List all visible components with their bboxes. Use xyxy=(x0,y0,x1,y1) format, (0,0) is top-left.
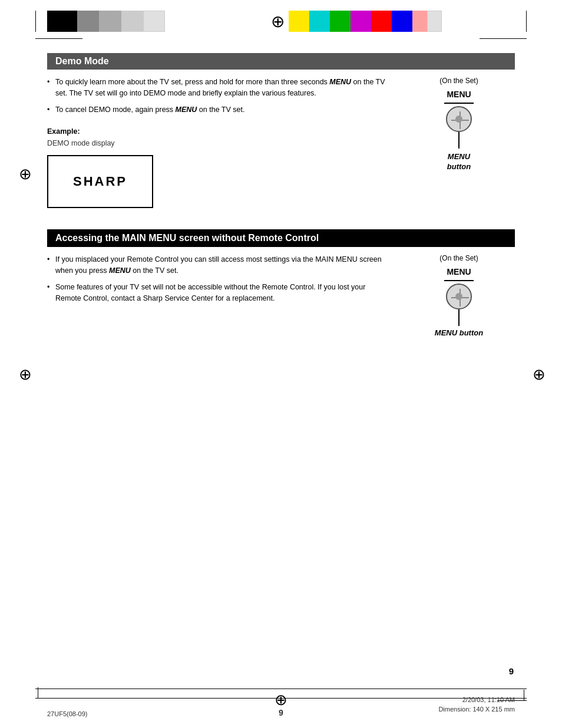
top-center-crosshair: ⊕ xyxy=(271,12,285,31)
right-crosshair-2: ⊕ xyxy=(533,365,546,384)
demo-bullet1-text1: To quickly learn more about the TV set, … xyxy=(55,78,329,86)
demo-bullet-2: • To cancel DEMO mode, again press MENU … xyxy=(47,104,391,116)
main-menu-button-circle xyxy=(446,284,472,309)
demo-mode-display-label: DEMO mode display xyxy=(47,138,391,149)
main-menu-bullet-1: • If you misplaced your Remote Control y… xyxy=(47,254,391,277)
page-number: 9 xyxy=(509,666,514,676)
demo-mode-title: Demo Mode xyxy=(47,53,515,70)
bottom-center-crosshair: ⊕ xyxy=(275,691,287,709)
button-stem2 xyxy=(458,143,459,149)
demo-menu-label: MENU xyxy=(447,90,471,99)
left-crosshair-1: ⊕ xyxy=(19,165,32,183)
main-on-the-set: (On the Set) xyxy=(439,254,478,262)
main-menu-label: MENU xyxy=(447,267,471,276)
top-color-bars xyxy=(289,11,442,32)
button-stem xyxy=(458,132,459,143)
demo-mode-illustration: (On the Set) MENU MENUbutton xyxy=(403,77,515,208)
sharp-logo: SHARP xyxy=(73,172,127,192)
demo-on-the-set: (On the Set) xyxy=(439,77,478,85)
menu-button-diagram xyxy=(446,106,472,150)
footer-page-num: 9 xyxy=(279,708,283,717)
top-right-reg-mark xyxy=(526,11,527,32)
bottom-left-marks xyxy=(35,687,65,701)
top-rule-left xyxy=(35,38,82,39)
top-rule-right xyxy=(480,38,527,39)
main-bullet1-rest: on the TV set. xyxy=(131,266,178,275)
demo-bullet2-rest: on the TV set. xyxy=(197,106,244,114)
main-menu-line xyxy=(444,280,474,281)
button-center xyxy=(455,116,462,123)
main-menu-text: • If you misplaced your Remote Control y… xyxy=(47,254,391,337)
demo-menu-button-caption: MENUbutton xyxy=(447,152,471,172)
top-left-reg-mark xyxy=(35,11,36,32)
example-section: Example: DEMO mode display SHARP xyxy=(47,126,391,208)
main-content: Demo Mode • To quickly learn more about … xyxy=(47,53,515,337)
main-bullet1-text: If you misplaced your Remote Control you… xyxy=(55,255,382,275)
demo-mode-section: Demo Mode • To quickly learn more about … xyxy=(47,53,515,208)
bottom-rule-top xyxy=(35,689,527,689)
main-button-stem2 xyxy=(458,320,459,326)
demo-bullet-1: • To quickly learn more about the TV set… xyxy=(47,77,391,100)
demo-mode-text: • To quickly learn more about the TV set… xyxy=(47,77,391,208)
demo-mode-body: • To quickly learn more about the TV set… xyxy=(47,77,515,208)
menu-line xyxy=(444,103,474,104)
main-menu-button-caption: MENU button xyxy=(435,328,483,337)
sharp-demo-box: SHARP xyxy=(47,155,153,208)
left-crosshair-2: ⊕ xyxy=(19,365,32,384)
main-menu-body: • If you misplaced your Remote Control y… xyxy=(47,254,515,337)
main-menu-title: Accessing the MAIN MENU screen without R… xyxy=(47,229,515,247)
main-menu-section: Accessing the MAIN MENU screen without R… xyxy=(47,229,515,337)
menu-button-circle xyxy=(446,106,472,132)
main-menu-bold: MENU xyxy=(109,266,131,275)
demo-bullet2-text1: To cancel DEMO mode, again press xyxy=(55,106,176,114)
main-menu-button-diagram xyxy=(446,284,472,326)
main-menu-bullet-2: • Some features of your TV set will not … xyxy=(47,282,391,305)
footer-date: 2/20/03, 11:10 AM Dimension: 140 X 215 m… xyxy=(438,696,515,714)
main-menu-illustration: (On the Set) MENU MENU button xyxy=(403,254,515,337)
demo-menu-bold: MENU xyxy=(329,78,351,86)
demo-menu-bold2: MENU xyxy=(176,106,197,114)
top-black-bar-area xyxy=(47,11,165,32)
main-button-stem xyxy=(458,309,459,320)
example-label: Example: xyxy=(47,126,391,137)
main-button-center xyxy=(455,293,462,300)
footer-doc-id: 27UF5(08-09) xyxy=(47,710,87,717)
main-bullet2-text: Some features of your TV set will not be… xyxy=(55,283,365,302)
